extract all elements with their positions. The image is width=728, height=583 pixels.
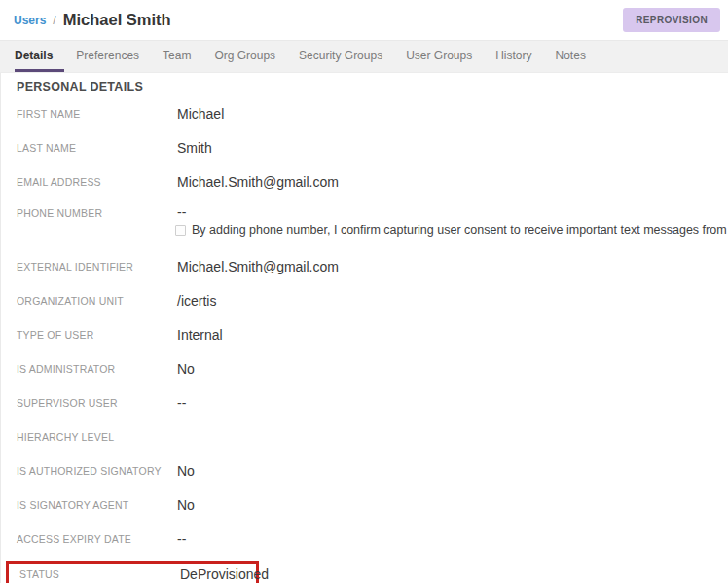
field-value: No <box>177 463 195 479</box>
field-label: FIRST NAME <box>17 108 177 120</box>
tab-history[interactable]: History <box>484 41 543 72</box>
field-value: Smith <box>177 140 212 156</box>
status-value: DeProvisioned <box>180 566 269 582</box>
tab-bar: Details Preferences Team Org Groups Secu… <box>0 41 728 73</box>
phone-consent-text: By adding phone number, I confirm captur… <box>192 223 728 237</box>
field-value: -- <box>177 204 728 220</box>
field-row-email-address: EMAIL ADDRESS Michael.Smith@gmail.com <box>17 164 728 199</box>
field-label: PHONE NUMBER <box>17 207 177 219</box>
field-row-phone-number: PHONE NUMBER -- By adding phone number, … <box>17 199 728 249</box>
field-value: -- <box>177 395 186 411</box>
phone-consent-line: By adding phone number, I confirm captur… <box>175 223 728 237</box>
tab-details[interactable]: Details <box>15 41 64 72</box>
field-row-is-authorized-signatory: IS AUTHORIZED SIGNATORY No <box>17 454 728 488</box>
field-label: LAST NAME <box>17 142 177 154</box>
phone-consent-checkbox[interactable] <box>175 225 186 236</box>
field-label: SUPERVISOR USER <box>17 397 177 409</box>
tab-user-groups[interactable]: User Groups <box>394 41 484 72</box>
field-label: IS ADMINISTRATOR <box>17 363 177 375</box>
section-title-personal-details: PERSONAL DETAILS <box>17 80 728 93</box>
field-row-type-of-user: TYPE OF USER Internal <box>17 317 728 351</box>
field-row-external-identifier: EXTERNAL IDENTIFIER Michael.Smith@gmail.… <box>17 249 728 283</box>
field-row-access-expiry-date: ACCESS EXPIRY DATE -- <box>17 522 728 556</box>
field-value: Michael.Smith@gmail.com <box>177 174 339 190</box>
field-row-last-name: LAST NAME Smith <box>17 130 728 164</box>
field-label: EMAIL ADDRESS <box>17 176 177 188</box>
reprovision-button[interactable]: REPROVISION <box>623 8 720 32</box>
field-value: -- <box>177 531 186 547</box>
field-value: Michael <box>177 106 224 122</box>
field-label: TYPE OF USER <box>17 329 177 341</box>
tab-org-groups[interactable]: Org Groups <box>202 41 287 72</box>
field-row-status-highlighted: STATUS DeProvisioned <box>6 561 259 583</box>
field-value: Michael.Smith@gmail.com <box>177 259 339 274</box>
field-row-first-name: FIRST NAME Michael <box>17 96 728 130</box>
page-header: Users / Michael Smith REPROVISION <box>0 0 728 41</box>
breadcrumb-users-link[interactable]: Users <box>14 14 46 27</box>
field-label: ACCESS EXPIRY DATE <box>17 533 177 545</box>
tab-security-groups[interactable]: Security Groups <box>287 41 394 72</box>
field-row-organization-unit: ORGANIZATION UNIT /icertis <box>17 283 728 317</box>
field-value: No <box>177 361 195 377</box>
field-label: IS AUTHORIZED SIGNATORY <box>17 465 177 477</box>
breadcrumb: Users / Michael Smith <box>14 11 171 29</box>
field-row-is-signatory-agent: IS SIGNATORY AGENT No <box>17 488 728 522</box>
details-content: PERSONAL DETAILS FIRST NAME Michael LAST… <box>0 73 728 583</box>
tab-notes[interactable]: Notes <box>544 41 598 72</box>
field-label: STATUS <box>19 568 180 580</box>
field-label: HIERARCHY LEVEL <box>17 431 177 443</box>
field-label: ORGANIZATION UNIT <box>17 295 177 307</box>
field-label: IS SIGNATORY AGENT <box>17 499 177 511</box>
field-label: EXTERNAL IDENTIFIER <box>17 261 177 273</box>
personal-details-panel: PERSONAL DETAILS FIRST NAME Michael LAST… <box>1 73 728 583</box>
breadcrumb-separator: / <box>53 14 55 27</box>
page-title: Michael Smith <box>63 11 171 29</box>
field-row-hierarchy-level: HIERARCHY LEVEL <box>17 419 728 454</box>
tab-team[interactable]: Team <box>151 41 202 72</box>
field-value: No <box>177 497 195 513</box>
field-value: Internal <box>177 327 223 343</box>
tab-preferences[interactable]: Preferences <box>64 41 151 72</box>
field-row-is-administrator: IS ADMINISTRATOR No <box>17 351 728 385</box>
field-row-supervisor-user: SUPERVISOR USER -- <box>17 385 728 419</box>
field-value: /icertis <box>177 293 216 309</box>
